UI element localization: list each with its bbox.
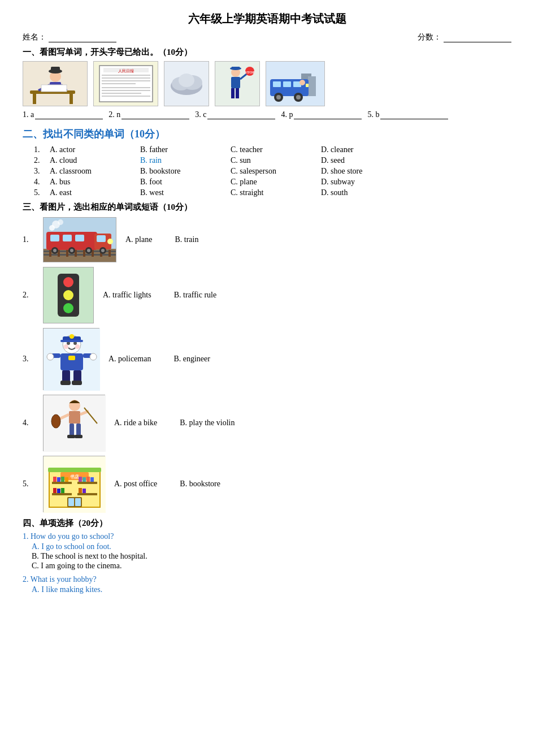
label-2: 2. n (108, 110, 189, 119)
section3-content: 1. (23, 217, 511, 512)
svg-rect-33 (231, 88, 235, 98)
section2-row1: 1. A. actor B. father C. teacher D. clea… (34, 145, 511, 154)
svg-point-80 (58, 219, 63, 225)
q4-image (43, 395, 105, 451)
svg-rect-19 (102, 87, 150, 88)
green-light (63, 303, 73, 313)
section2-title: 二、找出不同类的单词（10分） (23, 127, 511, 141)
q5-choice-b: B. bookstore (180, 479, 220, 489)
label-1: 1. a (23, 110, 103, 119)
label-4: 4. p (281, 110, 362, 119)
svg-rect-133 (83, 489, 86, 493)
section2-row3: 3. A. classroom B. bookstore C. salesper… (34, 167, 511, 176)
svg-rect-18 (102, 83, 136, 84)
svg-rect-132 (79, 488, 82, 493)
section2-row4: 4. A. bus B. foot C. plane D. subway (34, 178, 511, 187)
svg-rect-2 (33, 94, 36, 104)
svg-rect-97 (72, 381, 82, 385)
svg-rect-122 (65, 477, 68, 482)
q2-image (43, 267, 94, 323)
svg-point-75 (87, 249, 90, 252)
q3-image (43, 328, 99, 390)
svg-rect-10 (51, 67, 60, 72)
svg-rect-65 (50, 235, 59, 241)
q1-stem-text: How do you go to school? (31, 532, 114, 541)
q4-choice-a: A. ride a bike (114, 418, 157, 427)
svg-rect-21 (102, 93, 141, 94)
section1-img5 (266, 61, 325, 106)
svg-rect-114 (48, 468, 101, 472)
q1-choices: A. plane B. train (125, 235, 198, 244)
svg-rect-130 (57, 489, 60, 493)
svg-rect-57 (66, 250, 68, 257)
info-row: 姓名： 分数： (23, 32, 511, 42)
label-3: 3. c (195, 110, 275, 119)
svg-rect-125 (86, 477, 90, 482)
row2-c: C. sun (231, 156, 321, 165)
svg-rect-135 (68, 498, 74, 506)
section4-title: 四、单项选择（20分） (23, 518, 511, 529)
svg-point-71 (53, 249, 57, 252)
score-underline (444, 33, 511, 42)
svg-rect-121 (61, 477, 64, 482)
svg-rect-55 (49, 250, 51, 257)
traffic-light-box (58, 274, 79, 317)
q3-num: 3. (23, 355, 34, 364)
section2-row2: 2. A. cloud B. rain C. sun D. seed (34, 156, 511, 165)
section3-q2: 2. A. traffic lights B. traffic rule (23, 267, 511, 323)
section1-title: 一、看图写单词，开头字母已给出。（10分） (23, 47, 511, 58)
row5-d: D. south (321, 188, 411, 197)
section2-row5: 5. A. east B. west C. straight D. south (34, 188, 511, 197)
q1-option-c: C. I am going to the cinema. (32, 561, 511, 571)
section3-q3: 3. (23, 328, 511, 390)
svg-rect-118 (77, 482, 97, 484)
name-underline (49, 33, 116, 42)
section3-title: 三、看图片，选出相应的单词或短语（10分） (23, 202, 511, 213)
row1-b: B. father (140, 145, 231, 154)
svg-rect-17 (102, 80, 150, 81)
svg-text:人民日报: 人民日报 (118, 69, 134, 74)
svg-rect-68 (97, 235, 106, 242)
svg-rect-86 (60, 340, 83, 342)
section1-img4: STOP (215, 61, 260, 106)
svg-rect-111 (75, 435, 83, 438)
score-block: 分数： (418, 32, 511, 42)
svg-rect-54 (44, 254, 116, 256)
svg-rect-102 (69, 411, 80, 424)
label-1-num: 1. a (23, 110, 34, 119)
score-label: 分数： (418, 32, 441, 42)
svg-rect-94 (62, 370, 70, 382)
q2-stem-num: 2. (23, 575, 31, 584)
row3-num: 3. (34, 167, 50, 176)
red-light (63, 277, 73, 287)
svg-point-92 (47, 353, 54, 360)
svg-rect-95 (73, 370, 81, 382)
q5-num: 5. (23, 479, 34, 489)
row3-c: C. salesperson (231, 167, 321, 176)
svg-rect-126 (90, 477, 94, 482)
svg-rect-62 (108, 250, 111, 257)
q2-choices: A. traffic lights B. traffic rule (103, 291, 216, 300)
q3-choices: A. policeman B. engineer (108, 355, 210, 364)
svg-rect-89 (68, 356, 75, 360)
row5-num: 5. (34, 188, 50, 197)
q1-choice-a: A. plane (125, 235, 152, 244)
row1-num: 1. (34, 145, 50, 154)
section3-q4: 4. (23, 395, 511, 451)
section1-labels: 1. a 2. n 3. c 4. p 5. b (23, 110, 511, 119)
q1-stem: 1. How do you go to school? (23, 532, 511, 541)
row3-d: D. shoe store (321, 167, 411, 176)
row5-b: B. west (140, 188, 231, 197)
svg-rect-131 (61, 488, 64, 493)
name-label: 姓名： (23, 32, 46, 42)
yellow-light (63, 290, 73, 300)
svg-rect-67 (75, 235, 84, 241)
q4-num: 4. (23, 418, 34, 427)
svg-rect-22 (102, 96, 150, 97)
q1-num: 1. (23, 235, 34, 244)
q4-choice-b: B. play the violin (180, 418, 235, 427)
svg-point-73 (70, 249, 73, 252)
row2-a: A. cloud (50, 156, 140, 165)
svg-rect-16 (102, 77, 150, 79)
svg-point-69 (107, 239, 113, 244)
